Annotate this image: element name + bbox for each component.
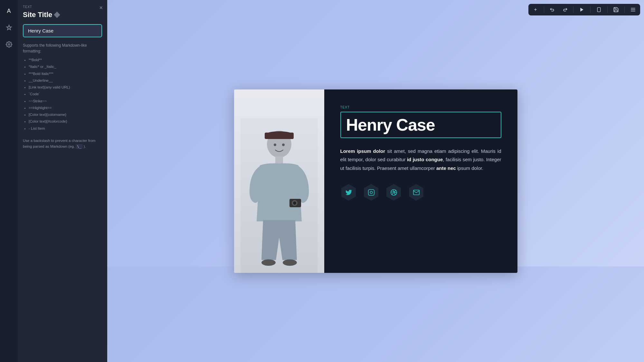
list-item: **Bold** xyxy=(29,57,102,63)
svg-point-18 xyxy=(274,144,276,146)
svg-point-15 xyxy=(293,201,296,205)
sidebar-logos: A xyxy=(0,0,18,266)
font-logo[interactable]: A xyxy=(3,5,15,17)
close-button[interactable]: × xyxy=(99,5,103,11)
list-item: ==Highlight== xyxy=(29,105,102,111)
hero-image-side xyxy=(234,89,324,267)
content-title: Henry Case xyxy=(346,116,469,134)
list-item: *Italic* or _Italic_ xyxy=(29,64,102,70)
svg-rect-11 xyxy=(265,133,294,139)
svg-point-17 xyxy=(283,259,297,266)
settings-logo[interactable] xyxy=(3,39,15,50)
content-title-wrapper[interactable]: Henry Case xyxy=(340,112,469,138)
body-bold-1: Lorem ipsum dolor xyxy=(340,148,385,154)
body-text-3: ipsum dolor. xyxy=(456,165,469,171)
site-title-input[interactable] xyxy=(23,24,102,37)
panel-title: Site Title xyxy=(23,11,52,19)
list-item: - List Item xyxy=(29,126,102,131)
list-item: [Color text]{#colorcode} xyxy=(29,119,102,124)
diamond-icon xyxy=(54,12,60,18)
list-item: [Color text]{colorname} xyxy=(29,112,102,117)
svg-rect-20 xyxy=(368,190,374,195)
svg-point-0 xyxy=(8,44,10,45)
hero-card: TEXT Henry Case Lorem ipsum dolor sit am… xyxy=(234,89,469,267)
panel-label: TEXT xyxy=(23,5,102,9)
email-social-button[interactable] xyxy=(408,184,425,201)
list-item: [Link text](any valid URL) xyxy=(29,85,102,90)
list-item: ***Bold Italic*** xyxy=(29,71,102,77)
person-image xyxy=(234,89,324,267)
markdown-list: **Bold** *Italic* or _Italic_ ***Bold It… xyxy=(23,57,102,133)
body-bold-3: ante nec xyxy=(436,165,456,171)
canvas-area: TEXT Henry Case Lorem ipsum dolor sit am… xyxy=(107,0,469,266)
twitter-social-button[interactable] xyxy=(340,184,357,201)
svg-point-19 xyxy=(282,144,285,146)
pin-logo[interactable] xyxy=(3,22,15,33)
social-icons xyxy=(340,184,469,201)
markdown-note: Use a backslash to prevent a character f… xyxy=(23,138,102,150)
body-bold-2: id justo congue xyxy=(407,157,443,162)
left-panel: TEXT Site Title × Supports the following… xyxy=(18,0,107,266)
text-input-wrapper xyxy=(23,24,102,37)
markdown-label: Supports the following Markdown-like for… xyxy=(23,42,102,54)
hero-content-side: TEXT Henry Case Lorem ipsum dolor sit am… xyxy=(324,89,469,267)
dribbble-social-button[interactable] xyxy=(385,184,402,201)
list-item: `Code` xyxy=(29,91,102,97)
inline-code: \_ xyxy=(76,144,82,149)
svg-point-16 xyxy=(261,259,276,266)
content-text-label: TEXT xyxy=(340,106,469,109)
list-item: ~~Strike~~ xyxy=(29,98,102,104)
instagram-social-button[interactable] xyxy=(363,184,380,201)
content-body: Lorem ipsum dolor sit amet, sed magna et… xyxy=(340,147,469,172)
list-item: __Underline__ xyxy=(29,78,102,83)
panel-title-row: Site Title xyxy=(23,11,102,19)
